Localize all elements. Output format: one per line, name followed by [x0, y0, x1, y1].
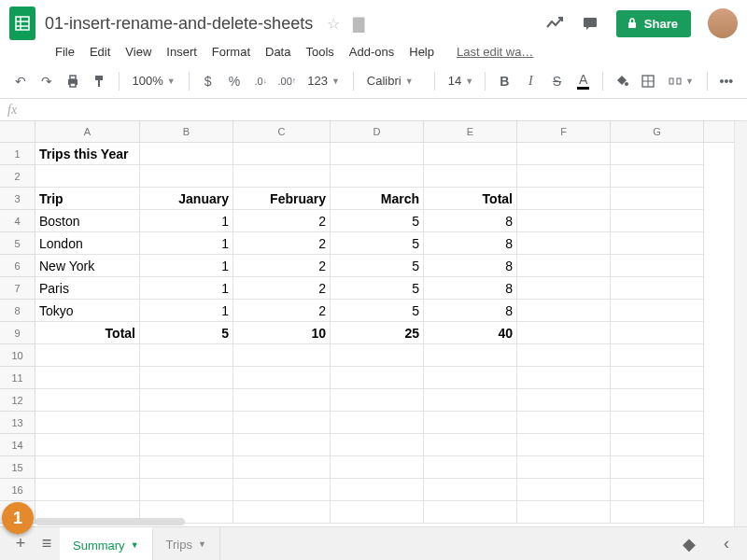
- cell[interactable]: [233, 344, 331, 367]
- undo-icon[interactable]: ↶: [9, 69, 32, 93]
- row-header[interactable]: 2: [0, 165, 35, 188]
- cell[interactable]: 5: [331, 300, 424, 322]
- cell[interactable]: [424, 143, 517, 165]
- cell[interactable]: [140, 143, 233, 165]
- vertical-scrollbar[interactable]: [734, 121, 747, 526]
- cell[interactable]: [517, 367, 611, 389]
- cell[interactable]: Paris: [35, 277, 140, 300]
- sheets-app-icon[interactable]: [9, 7, 35, 40]
- sheet-tab[interactable]: Summary▼: [60, 527, 153, 560]
- currency-icon[interactable]: $: [197, 69, 219, 93]
- cell[interactable]: 1: [140, 255, 233, 277]
- cell[interactable]: [517, 344, 611, 367]
- italic-icon[interactable]: I: [519, 69, 542, 93]
- cell[interactable]: 40: [424, 322, 517, 344]
- cell[interactable]: [517, 143, 611, 165]
- cell[interactable]: 1: [140, 300, 233, 322]
- column-header[interactable]: E: [424, 121, 517, 142]
- row-header[interactable]: 7: [0, 277, 35, 300]
- column-header[interactable]: C: [233, 121, 331, 142]
- cell[interactable]: [140, 456, 233, 479]
- cell[interactable]: [424, 165, 517, 188]
- formula-bar[interactable]: fx: [0, 99, 747, 121]
- cell[interactable]: January: [140, 188, 233, 210]
- row-header[interactable]: 9: [0, 322, 35, 344]
- cell[interactable]: [35, 456, 140, 479]
- cell[interactable]: [424, 479, 517, 501]
- cell[interactable]: [331, 143, 424, 165]
- cell[interactable]: [35, 412, 140, 434]
- cell[interactable]: 8: [424, 210, 517, 232]
- cell[interactable]: [424, 456, 517, 479]
- cell[interactable]: [517, 300, 611, 322]
- horizontal-scrollbar[interactable]: [35, 517, 734, 526]
- cell[interactable]: [424, 412, 517, 434]
- cell[interactable]: Total: [424, 188, 517, 210]
- row-header[interactable]: 13: [0, 412, 35, 434]
- cell[interactable]: [611, 300, 704, 322]
- cell[interactable]: [611, 434, 704, 456]
- cell[interactable]: [611, 210, 704, 232]
- cell[interactable]: [140, 165, 233, 188]
- cell[interactable]: [233, 165, 331, 188]
- cell[interactable]: [611, 412, 704, 434]
- row-header[interactable]: 3: [0, 188, 35, 210]
- zoom-select[interactable]: 100%▼: [127, 71, 181, 91]
- share-button[interactable]: Share: [616, 10, 691, 37]
- cell[interactable]: 2: [233, 255, 331, 277]
- cell[interactable]: [611, 188, 704, 210]
- cell[interactable]: [140, 389, 233, 412]
- star-icon[interactable]: ☆: [327, 16, 340, 32]
- cell[interactable]: [331, 367, 424, 389]
- increase-decimal-icon[interactable]: .00↑: [275, 69, 298, 93]
- column-header[interactable]: A: [35, 121, 140, 142]
- chevron-down-icon[interactable]: ▼: [198, 539, 206, 549]
- menu-format[interactable]: Format: [205, 41, 257, 63]
- cell[interactable]: February: [233, 188, 331, 210]
- row-header[interactable]: 4: [0, 210, 35, 232]
- cell[interactable]: Trip: [35, 188, 140, 210]
- cell[interactable]: [611, 277, 704, 300]
- cell[interactable]: [35, 389, 140, 412]
- cell[interactable]: 25: [331, 322, 424, 344]
- activity-trend-icon[interactable]: [545, 14, 564, 33]
- number-format-select[interactable]: 123▼: [302, 71, 345, 91]
- cell[interactable]: [233, 434, 331, 456]
- user-avatar[interactable]: [708, 8, 738, 38]
- redo-icon[interactable]: ↷: [35, 69, 58, 93]
- cell[interactable]: [35, 479, 140, 501]
- cell[interactable]: [140, 434, 233, 456]
- cell[interactable]: [517, 456, 611, 479]
- cell[interactable]: 8: [424, 300, 517, 322]
- cell[interactable]: [611, 165, 704, 188]
- cell[interactable]: [35, 367, 140, 389]
- cell[interactable]: [233, 456, 331, 479]
- cell[interactable]: 8: [424, 277, 517, 300]
- cell[interactable]: [331, 456, 424, 479]
- cell[interactable]: [331, 344, 424, 367]
- cell[interactable]: [517, 434, 611, 456]
- cell[interactable]: [233, 389, 331, 412]
- column-header[interactable]: F: [517, 121, 611, 142]
- row-header[interactable]: 10: [0, 344, 35, 367]
- cell[interactable]: [517, 322, 611, 344]
- cell[interactable]: [611, 143, 704, 165]
- cell[interactable]: [611, 456, 704, 479]
- cell[interactable]: [233, 367, 331, 389]
- cell[interactable]: Boston: [35, 210, 140, 232]
- cell[interactable]: [331, 434, 424, 456]
- strikethrough-icon[interactable]: S: [545, 69, 568, 93]
- comments-icon[interactable]: [581, 14, 599, 33]
- cell[interactable]: [140, 344, 233, 367]
- cell[interactable]: [517, 277, 611, 300]
- select-all-corner[interactable]: [0, 121, 35, 142]
- decrease-decimal-icon[interactable]: .0↓: [249, 69, 272, 93]
- row-header[interactable]: 14: [0, 434, 35, 456]
- row-header[interactable]: 5: [0, 232, 35, 255]
- cell[interactable]: [517, 210, 611, 232]
- cell[interactable]: [517, 232, 611, 255]
- font-size-select[interactable]: 14▼: [443, 71, 477, 91]
- cell[interactable]: 1: [140, 277, 233, 300]
- cell[interactable]: [517, 188, 611, 210]
- cell[interactable]: [331, 479, 424, 501]
